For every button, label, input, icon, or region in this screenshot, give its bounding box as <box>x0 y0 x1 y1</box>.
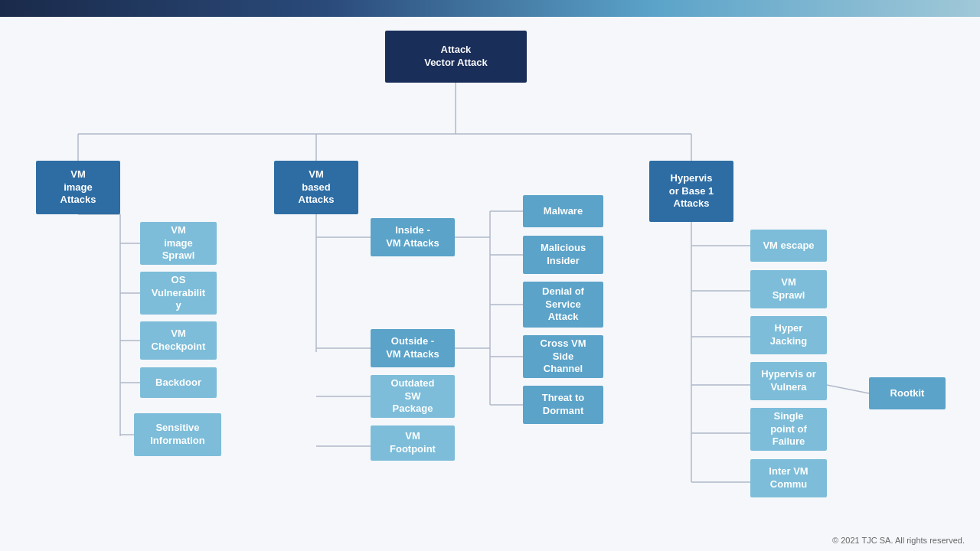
outside-vm-attacks-node: Outside - VM Attacks <box>371 329 455 367</box>
vm-sprawl-node: VM Sprawl <box>750 270 827 308</box>
single-point-failure-node: Single point of Failure <box>750 408 827 451</box>
inter-vm-commu-label: Inter VM Commu <box>769 465 808 491</box>
hypervis-vuln-node: Hypervis or Vulnera <box>750 362 827 400</box>
vm-checkpoint-label: VM Checkpoint <box>152 328 206 354</box>
denial-of-service-label: Denial of Service Attack <box>542 285 584 324</box>
hypervis-vuln-label: Hypervis or Vulnera <box>761 368 816 394</box>
sensitive-info-node: Sensitive Information <box>134 413 221 456</box>
cross-vm-label: Cross VM Side Channel <box>541 337 586 377</box>
vm-sprawl-label: VM Sprawl <box>773 276 805 302</box>
malicious-insider-label: Malicious Insider <box>541 242 586 268</box>
malware-node: Malware <box>523 195 603 227</box>
hypervisor-attacks-label: Hypervis or Base 1 Attacks <box>669 172 714 211</box>
footer: © 2021 TJC SA. All rights reserved. <box>832 536 965 545</box>
vm-image-sprawl-node: VM image Sprawl <box>140 222 217 265</box>
inside-vm-attacks-label: Inside - VM Attacks <box>386 224 439 250</box>
root-label: Attack Vector Attack <box>424 44 488 70</box>
threat-dormant-node: Threat to Dormant <box>523 386 603 424</box>
malware-label: Malware <box>544 205 583 218</box>
backdoor-label: Backdoor <box>155 377 201 390</box>
single-point-failure-label: Single point of Failure <box>770 410 807 449</box>
vm-escape-node: VM escape <box>750 230 827 262</box>
hyper-jacking-node: Hyper Jacking <box>750 316 827 354</box>
outdated-sw-label: Outdated SW Package <box>390 377 434 416</box>
rootkit-label: Rootkit <box>890 387 925 400</box>
hypervisor-attacks-node: Hypervis or Base 1 Attacks <box>649 161 733 222</box>
top-bar <box>0 0 980 17</box>
vm-based-attacks-node: VM based Attacks <box>274 161 358 214</box>
cross-vm-node: Cross VM Side Channel <box>523 335 603 378</box>
denial-of-service-node: Denial of Service Attack <box>523 282 603 328</box>
vm-footpoint-label: VM Footpoint <box>390 430 436 456</box>
footer-text: © 2021 TJC SA. All rights reserved. <box>832 536 965 545</box>
rootkit-node: Rootkit <box>869 377 946 409</box>
threat-dormant-label: Threat to Dormant <box>542 392 585 418</box>
os-vuln-node: OS Vulnerabilit y <box>140 272 217 315</box>
root-node: Attack Vector Attack <box>385 31 527 83</box>
inside-vm-attacks-node: Inside - VM Attacks <box>371 218 455 256</box>
vm-image-attacks-node: VM image Attacks <box>36 161 120 214</box>
outside-vm-attacks-label: Outside - VM Attacks <box>386 335 439 361</box>
vm-footpoint-node: VM Footpoint <box>371 425 455 461</box>
inter-vm-commu-node: Inter VM Commu <box>750 459 827 497</box>
vm-escape-label: VM escape <box>763 240 814 253</box>
outdated-sw-node: Outdated SW Package <box>371 375 455 418</box>
vm-checkpoint-node: VM Checkpoint <box>140 321 217 360</box>
vm-based-attacks-label: VM based Attacks <box>299 168 335 207</box>
vm-image-sprawl-label: VM image Sprawl <box>162 224 195 263</box>
os-vuln-label: OS Vulnerabilit y <box>152 274 205 313</box>
vm-image-attacks-label: VM image Attacks <box>60 168 96 207</box>
svg-line-32 <box>827 385 869 393</box>
backdoor-node: Backdoor <box>140 367 217 398</box>
hyper-jacking-label: Hyper Jacking <box>770 322 807 348</box>
sensitive-info-label: Sensitive Information <box>150 422 205 448</box>
malicious-insider-node: Malicious Insider <box>523 236 603 274</box>
